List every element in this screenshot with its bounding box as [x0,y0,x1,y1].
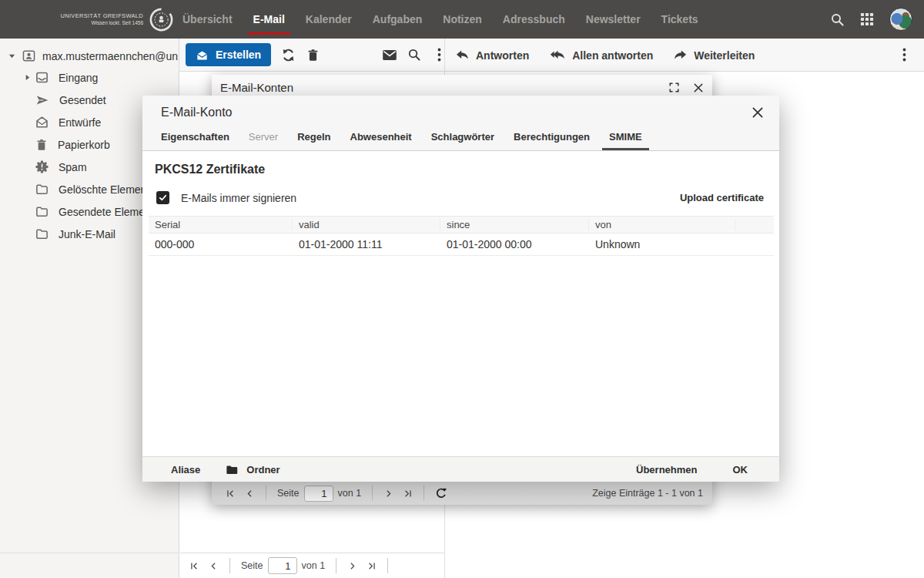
trash-icon [35,139,48,151]
nav-email[interactable]: E-Mail [253,0,285,39]
tab-berechtigungen[interactable]: Berechtigungen [514,131,590,150]
reply-icon [455,49,470,62]
nav-tickets[interactable]: Tickets [661,0,698,39]
reload-icon[interactable] [430,487,452,499]
logo-line-1: UNIVERSITÄT GREIFSWALD [11,12,143,20]
next-page-button[interactable] [343,561,362,571]
folder-label: Spam [59,161,87,173]
tab-eigenschaften[interactable]: Eigenschaften [161,131,229,150]
inbox-icon [35,71,49,84]
topbar-right-controls [830,8,924,31]
avatar[interactable] [889,8,912,31]
compose-envelope-icon [196,49,209,61]
page-of-label: von 1 [302,560,326,571]
university-logo[interactable]: UNIVERSITÄT GREIFSWALD Wissen lockt. Sei… [0,7,174,32]
reply-all-label: Allen antworten [572,49,653,62]
mail-icon[interactable] [377,42,402,67]
logo-line-2: Wissen lockt. Seit 1456 [11,20,143,27]
first-page-button[interactable] [185,561,204,571]
folder-icon [35,227,49,240]
aliases-button[interactable]: Aliase [171,464,200,476]
accounts-window-pagination: Seite von 1 Zeige Einträge 1 - 1 von 1 [212,481,712,505]
page-label: Seite [241,560,263,571]
drafts-icon [35,116,49,129]
folder-button-label: Ordner [246,464,280,476]
sidebar-account[interactable]: max.mustermaennchen@un... [0,45,179,66]
always-sign-label: E-Mails immer signieren [181,192,296,204]
overflow-menu-icon[interactable] [892,42,916,67]
topbar: UNIVERSITÄT GREIFSWALD Wissen lockt. Sei… [0,0,924,39]
compose-button[interactable]: Erstellen [186,43,271,66]
forward-button[interactable]: Weiterleiten [673,49,755,62]
apply-button[interactable]: Übernehmen [636,464,697,476]
page-number-input[interactable] [304,486,333,502]
reply-all-button[interactable]: Allen antworten [549,49,653,62]
pkcs12-heading: PKCS12 Zertifikate [142,151,779,184]
dialog-header: E-Mail-Konto Eigenschaften Server Regeln… [142,96,779,151]
column-header-von: von [589,219,735,230]
folder-label: Entwürfe [59,116,101,129]
delete-icon[interactable] [300,42,325,67]
first-page-button[interactable] [221,489,240,499]
accounts-window-title: E-Mail-Konten [220,81,293,94]
folder-label: Papierkorb [58,139,110,151]
folder-button[interactable]: Ordner [226,464,280,476]
nav-adressbuch[interactable]: Adressbuch [503,0,565,39]
university-logo-text: UNIVERSITÄT GREIFSWALD Wissen lockt. Sei… [11,12,143,27]
column-header-valid: valid [293,219,440,230]
close-icon[interactable] [693,82,704,93]
last-page-button[interactable] [398,489,417,499]
previous-page-button[interactable] [240,489,259,499]
dialog-footer: Aliase Ordner Übernehmen OK [142,456,779,482]
forward-label: Weiterleiten [694,49,755,62]
upload-certificate-button[interactable]: Upload certificate [680,192,764,203]
cell-valid: 01-01-2000 11:11 [293,238,440,250]
cell-serial: 000-000 [149,238,293,250]
tab-schlagwoerter[interactable]: Schlagwörter [431,131,494,150]
previous-page-button[interactable] [204,561,223,571]
column-header-empty [735,219,774,230]
divider [229,558,230,573]
search-mail-icon[interactable] [402,42,427,67]
search-icon[interactable] [830,12,845,27]
app-grid-icon[interactable] [860,12,874,26]
maximize-icon[interactable] [668,82,680,93]
column-header-since: since [440,219,589,230]
close-icon[interactable] [752,106,764,119]
ok-button[interactable]: OK [733,464,748,476]
nav-aufgaben[interactable]: Aufgaben [373,0,423,39]
sidebar-item-eingang[interactable]: Eingang [0,66,179,89]
folder-label: Gesendet [59,94,106,106]
toolbar-divider [444,39,445,72]
next-page-button[interactable] [379,489,398,499]
refresh-icon[interactable] [276,42,300,67]
chevron-down-icon[interactable] [8,52,15,59]
nav-kalender[interactable]: Kalender [306,0,352,39]
chevron-right-icon[interactable] [24,74,31,81]
last-page-button[interactable] [362,561,381,571]
reply-button[interactable]: Antworten [455,49,529,62]
tab-regeln[interactable]: Regeln [297,131,330,150]
message-list-pagination: Seite von 1 [180,553,444,578]
page-of-label: von 1 [338,488,362,499]
nav-uebersicht[interactable]: Übersicht [182,0,233,39]
send-icon [35,93,49,107]
folder-label: Eingang [59,72,98,84]
tab-server: Server [249,131,278,150]
table-header-row: Serial valid since von [149,216,774,234]
divider [387,558,388,573]
overflow-menu-icon[interactable] [427,42,451,67]
forward-icon [673,49,688,62]
divider [372,486,373,501]
table-row[interactable]: 000-000 01-01-2000 11:11 01-01-2000 00:0… [149,234,774,256]
account-label: max.mustermaennchen@un... [42,50,179,62]
dialog-body: PKCS12 Zertifikate E-Mails immer signier… [142,151,779,456]
dialog-tabs: Eigenschaften Server Regeln Abwesenheit … [142,131,779,150]
message-actions: Antworten Allen antworten Weiterleiten [455,39,755,72]
nav-notizen[interactable]: Notizen [443,0,482,39]
tab-smime[interactable]: SMIME [609,131,642,150]
page-number-input[interactable] [268,557,297,574]
tab-abwesenheit[interactable]: Abwesenheit [350,131,412,150]
nav-newsletter[interactable]: Newsletter [586,0,641,39]
always-sign-checkbox[interactable] [156,191,169,204]
